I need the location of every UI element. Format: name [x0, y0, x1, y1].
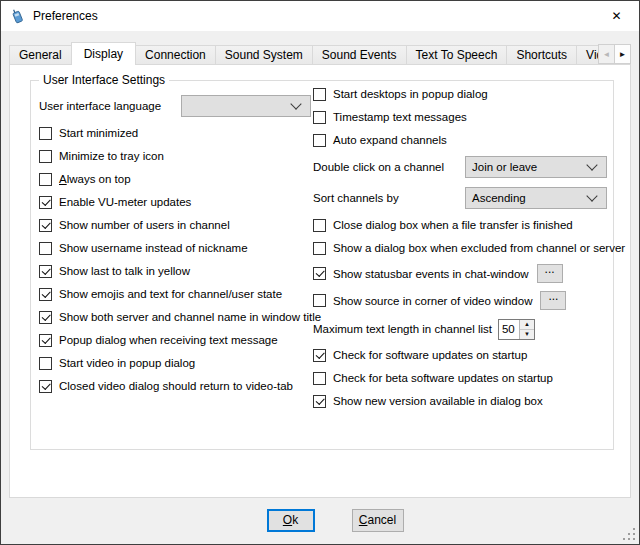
tab-connection[interactable]: Connection — [135, 45, 216, 64]
double-click-combobox[interactable]: Join or leave — [465, 156, 607, 178]
checkbox-icon[interactable] — [39, 242, 52, 255]
ui-language-combobox[interactable] — [181, 95, 311, 117]
checkbox-beta-update-check[interactable]: Check for beta software updates on start… — [313, 371, 607, 385]
checkbox-icon[interactable] — [313, 294, 326, 307]
group-title: User Interface Settings — [39, 73, 169, 87]
statusbar-events-more-button[interactable]: ... — [537, 264, 563, 283]
checkbox-timestamp-messages[interactable]: Timestamp text messages — [313, 110, 607, 124]
checkbox-label: Popup dialog when receiving text message — [59, 334, 278, 346]
checkbox-popup-text-message[interactable]: Popup dialog when receiving text message — [39, 333, 311, 347]
tab-display[interactable]: Display — [71, 42, 136, 65]
tab-scroll-left-button[interactable]: ◄ — [598, 44, 615, 64]
checkbox-minimize-to-tray[interactable]: Minimize to tray icon — [39, 149, 311, 163]
checkbox-start-minimized[interactable]: Start minimized — [39, 126, 311, 140]
checkbox-icon[interactable] — [39, 357, 52, 370]
user-interface-settings-group: User Interface Settings User interface l… — [30, 80, 614, 450]
resize-grip[interactable] — [623, 528, 636, 541]
checkbox-video-source-corner[interactable]: Show source in corner of video window — [313, 294, 532, 307]
checkbox-icon[interactable] — [39, 150, 52, 163]
ui-language-label: User interface language — [39, 100, 161, 112]
checkbox-update-check[interactable]: Check for software updates on startup — [313, 348, 607, 362]
checkbox-server-channel-in-title[interactable]: Show both server and channel name in win… — [39, 310, 311, 324]
right-column: Start desktops in popup dialog Timestamp… — [313, 87, 607, 417]
checkbox-video-return-tab[interactable]: Closed video dialog should return to vid… — [39, 379, 311, 393]
checkbox-icon[interactable] — [313, 395, 326, 408]
checkbox-icon[interactable] — [313, 219, 326, 232]
tab-shortcuts[interactable]: Shortcuts — [506, 45, 577, 64]
sort-channels-combobox[interactable]: Ascending — [465, 187, 607, 209]
checkbox-show-emojis[interactable]: Show emojis and text for channel/user st… — [39, 287, 311, 301]
checkbox-desktops-popup[interactable]: Start desktops in popup dialog — [313, 87, 607, 101]
checkbox-icon[interactable] — [39, 288, 52, 301]
spin-up-button[interactable]: ▲ — [520, 320, 534, 330]
checkbox-icon[interactable] — [39, 173, 52, 186]
checkbox-icon[interactable] — [313, 242, 326, 255]
checkbox-icon[interactable] — [39, 265, 52, 278]
checkbox-label: Minimize to tray icon — [59, 150, 164, 162]
tab-scroll-right-button[interactable]: ► — [614, 44, 631, 64]
checkbox-show-user-count[interactable]: Show number of users in channel — [39, 218, 311, 232]
checkbox-icon[interactable] — [39, 334, 52, 347]
checkbox-label: Show last to talk in yellow — [59, 265, 190, 277]
checkbox-icon[interactable] — [313, 134, 326, 147]
checkbox-label: Check for software updates on startup — [333, 349, 527, 361]
display-tab-panel: User Interface Settings User interface l… — [9, 64, 631, 498]
checkbox-icon[interactable] — [39, 196, 52, 209]
checkbox-icon[interactable] — [39, 219, 52, 232]
checkbox-label: Closed video dialog should return to vid… — [59, 380, 293, 392]
checkbox-icon[interactable] — [313, 372, 326, 385]
checkbox-excluded-dialog[interactable]: Show a dialog box when excluded from cha… — [313, 241, 607, 255]
dialog-footer: Ok Cancel — [1, 499, 639, 544]
tab-sound-events[interactable]: Sound Events — [312, 45, 407, 64]
checkbox-last-to-talk-yellow[interactable]: Show last to talk in yellow — [39, 264, 311, 278]
sort-channels-label: Sort channels by — [313, 192, 399, 204]
max-text-length-spinbox[interactable]: 50 ▲ ▼ — [498, 319, 535, 340]
checkbox-icon[interactable] — [39, 380, 52, 393]
checkbox-label: Show a dialog box when excluded from cha… — [333, 242, 625, 254]
checkbox-label: Show source in corner of video window — [333, 295, 532, 307]
checkbox-video-popup[interactable]: Start video in popup dialog — [39, 356, 311, 370]
checkbox-close-on-transfer[interactable]: Close dialog box when a file transfer is… — [313, 218, 607, 232]
row-statusbar-events: Show statusbar events in chat-window ... — [313, 264, 607, 283]
checkbox-label: Start minimized — [59, 127, 138, 139]
combobox-value: Join or leave — [472, 161, 537, 173]
checkbox-show-username[interactable]: Show username instead of nickname — [39, 241, 311, 255]
arrow-left-icon: ◄ — [603, 50, 611, 59]
checkbox-icon[interactable] — [39, 311, 52, 324]
checkbox-label: Timestamp text messages — [333, 111, 467, 123]
video-source-more-button[interactable]: ... — [540, 291, 566, 310]
left-column: User interface language Start minimized … — [39, 95, 311, 402]
tab-scrollers: ◄ ► — [599, 44, 631, 64]
row-max-text-length: Maximum text length in channel list 50 ▲… — [313, 318, 607, 340]
spin-down-button[interactable]: ▼ — [520, 330, 534, 339]
checkbox-label: Enable VU-meter updates — [59, 196, 191, 208]
cancel-button[interactable]: Cancel — [352, 509, 404, 532]
checkbox-icon[interactable] — [313, 88, 326, 101]
app-icon — [9, 8, 25, 24]
close-icon: ✕ — [611, 9, 621, 23]
checkbox-icon[interactable] — [39, 127, 52, 140]
checkbox-statusbar-events[interactable]: Show statusbar events in chat-window — [313, 267, 529, 280]
checkbox-vu-meter-updates[interactable]: Enable VU-meter updates — [39, 195, 311, 209]
checkbox-auto-expand-channels[interactable]: Auto expand channels — [313, 133, 607, 147]
checkbox-icon[interactable] — [313, 111, 326, 124]
ok-button[interactable]: Ok — [267, 509, 315, 532]
checkbox-label: Check for beta software updates on start… — [333, 372, 553, 384]
tab-general[interactable]: General — [9, 45, 72, 64]
close-button[interactable]: ✕ — [594, 1, 639, 31]
checkbox-label: Show emojis and text for channel/user st… — [59, 288, 282, 300]
tab-text-to-speech[interactable]: Text To Speech — [406, 45, 508, 64]
checkbox-icon[interactable] — [313, 349, 326, 362]
checkbox-new-version-dialog[interactable]: Show new version available in dialog box — [313, 394, 607, 408]
checkbox-label: Show statusbar events in chat-window — [333, 268, 529, 280]
checkbox-icon[interactable] — [313, 267, 326, 280]
arrow-up-icon: ▲ — [524, 321, 530, 327]
title-bar: Preferences ✕ — [1, 1, 639, 31]
checkbox-always-on-top[interactable]: Always on top — [39, 172, 311, 186]
tab-sound-system[interactable]: Sound System — [215, 45, 313, 64]
spinbox-value: 50 — [499, 320, 519, 339]
preferences-dialog: Preferences ✕ General Display Connection… — [0, 0, 640, 545]
row-video-source: Show source in corner of video window ..… — [313, 291, 607, 310]
arrow-down-icon: ▼ — [524, 331, 530, 337]
double-click-label: Double click on a channel — [313, 161, 444, 173]
